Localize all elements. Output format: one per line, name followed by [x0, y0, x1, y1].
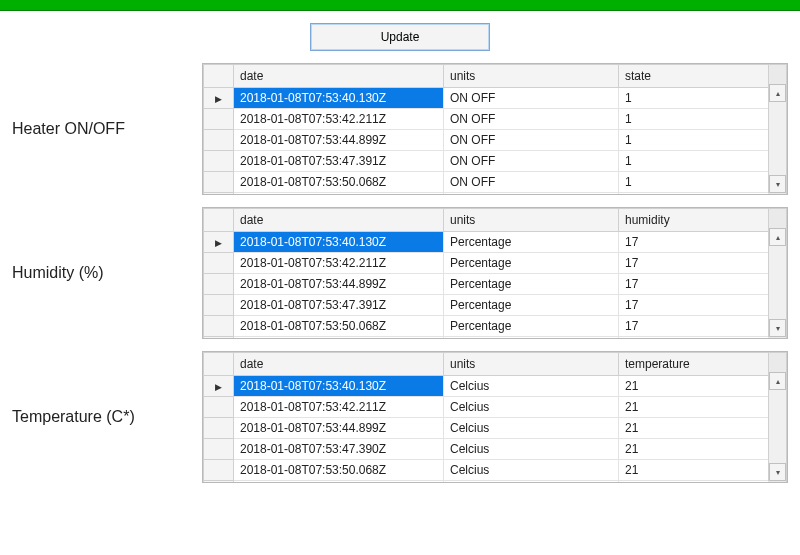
table-row[interactable]: 2018-01-08T07:53:42.211ZPercentage17	[204, 253, 787, 274]
cell-date[interactable]: 2018-01-08T07:53:47.391Z	[234, 295, 444, 316]
table-row[interactable]: 2018-01-08T07:53:44.899ZON OFF1	[204, 130, 787, 151]
scroll-down-icon[interactable]: ▾	[769, 463, 786, 481]
table-row[interactable]: 2018-01-08T07:53:44.899ZPercentage17	[204, 274, 787, 295]
cell-humidity[interactable]: 17	[619, 295, 769, 316]
row-header[interactable]	[204, 439, 234, 460]
cell-state[interactable]: 1	[619, 151, 769, 172]
cell-date[interactable]: 2018-01-08T07:53:42.211Z	[234, 397, 444, 418]
row-header[interactable]	[204, 232, 234, 253]
cell-temperature[interactable]: 21	[619, 376, 769, 397]
row-header[interactable]	[204, 460, 234, 481]
row-header[interactable]	[204, 151, 234, 172]
data-grid[interactable]: dateunitshumidity2018-01-08T07:53:40.130…	[202, 207, 788, 339]
cell-state[interactable]: 1	[619, 109, 769, 130]
table-row[interactable]: 2018-01-08T07:53:42.211ZCelcius21	[204, 397, 787, 418]
cell-units[interactable]: Percentage	[444, 316, 619, 337]
column-header-humidity[interactable]: humidity	[619, 209, 769, 232]
cell-humidity[interactable]: 16	[619, 337, 769, 339]
row-header[interactable]	[204, 481, 234, 483]
cell-units[interactable]: Celcius	[444, 481, 619, 483]
cell-humidity[interactable]: 17	[619, 232, 769, 253]
table-row[interactable]: 2018-01-08T07:53:42.211ZON OFF1	[204, 109, 787, 130]
column-header-state[interactable]: state	[619, 65, 769, 88]
table-row[interactable]: 2018-01-08T07:53:50.068ZPercentage17	[204, 316, 787, 337]
cell-date[interactable]: 2018-01-08T07:53:47.391Z	[234, 151, 444, 172]
cell-date[interactable]: 2018-01-08T07:53:50.068Z	[234, 316, 444, 337]
cell-units[interactable]: Percentage	[444, 274, 619, 295]
row-header[interactable]	[204, 295, 234, 316]
table-row[interactable]: 2018-01-08T07:53:47.391ZON OFF1	[204, 151, 787, 172]
cell-state[interactable]: 1	[619, 130, 769, 151]
row-header[interactable]	[204, 397, 234, 418]
cell-units[interactable]: ON OFF	[444, 109, 619, 130]
update-button[interactable]: Update	[310, 23, 490, 51]
table-row[interactable]: 2018-01-08T07:53:40.130ZON OFF1	[204, 88, 787, 109]
table-row[interactable]: 2018-01-08T07:53:44.899ZCelcius21	[204, 418, 787, 439]
cell-date[interactable]: 2018-01-08T07:53:44.899Z	[234, 274, 444, 295]
cell-temperature[interactable]: 21	[619, 460, 769, 481]
cell-temperature[interactable]: 21	[619, 418, 769, 439]
cell-date[interactable]: 2018-01-08T07:53:47.390Z	[234, 439, 444, 460]
row-header[interactable]	[204, 316, 234, 337]
scroll-track[interactable]	[769, 102, 786, 175]
table-row[interactable]: 2018-01-08T07:53:47.390ZCelcius21	[204, 439, 787, 460]
cell-date[interactable]: 2018-01-08T07:53:50.068Z	[234, 460, 444, 481]
scroll-track[interactable]	[769, 390, 786, 463]
cell-units[interactable]: Percentage	[444, 337, 619, 339]
table-row[interactable]: 2018-01-08T07:53:40.130ZPercentage17	[204, 232, 787, 253]
cell-date[interactable]: 2018-01-08T07:53:44.899Z	[234, 418, 444, 439]
table-row[interactable]: 2018-01-08T07:53:52.983ZCelcius18	[204, 481, 787, 483]
cell-temperature[interactable]: 18	[619, 481, 769, 483]
cell-units[interactable]: ON OFF	[444, 172, 619, 193]
table-row[interactable]: 2018-01-08T07:53:50.068ZCelcius21	[204, 460, 787, 481]
cell-units[interactable]: Percentage	[444, 232, 619, 253]
table-row[interactable]: 2018-01-08T07:53:47.391ZPercentage17	[204, 295, 787, 316]
cell-date[interactable]: 2018-01-08T07:53:40.130Z	[234, 232, 444, 253]
cell-temperature[interactable]: 21	[619, 397, 769, 418]
column-header-temperature[interactable]: temperature	[619, 353, 769, 376]
row-header[interactable]	[204, 253, 234, 274]
cell-state[interactable]: 0	[619, 193, 769, 195]
cell-date[interactable]: 2018-01-08T07:53:42.211Z	[234, 109, 444, 130]
cell-date[interactable]: 2018-01-08T07:53:52.983Z	[234, 337, 444, 339]
cell-date[interactable]: 2018-01-08T07:53:52.983Z	[234, 481, 444, 483]
column-header-date[interactable]: date	[234, 353, 444, 376]
cell-units[interactable]: Celcius	[444, 439, 619, 460]
cell-date[interactable]: 2018-01-08T07:53:52.983Z	[234, 193, 444, 195]
cell-humidity[interactable]: 17	[619, 274, 769, 295]
cell-date[interactable]: 2018-01-08T07:53:40.130Z	[234, 376, 444, 397]
scroll-up-icon[interactable]: ▴	[769, 228, 786, 246]
cell-units[interactable]: Percentage	[444, 253, 619, 274]
cell-humidity[interactable]: 17	[619, 316, 769, 337]
cell-units[interactable]: Celcius	[444, 397, 619, 418]
row-header[interactable]	[204, 172, 234, 193]
column-header-date[interactable]: date	[234, 65, 444, 88]
cell-temperature[interactable]: 21	[619, 439, 769, 460]
vertical-scrollbar[interactable]: ▴▾	[768, 372, 786, 481]
cell-date[interactable]: 2018-01-08T07:53:40.130Z	[234, 88, 444, 109]
row-header[interactable]	[204, 130, 234, 151]
row-header[interactable]	[204, 376, 234, 397]
table-row[interactable]: 2018-01-08T07:53:52.983ZPercentage16	[204, 337, 787, 339]
table-row[interactable]: 2018-01-08T07:53:40.130ZCelcius21	[204, 376, 787, 397]
column-header-date[interactable]: date	[234, 209, 444, 232]
scroll-track[interactable]	[769, 246, 786, 319]
cell-date[interactable]: 2018-01-08T07:53:44.899Z	[234, 130, 444, 151]
column-header-units[interactable]: units	[444, 209, 619, 232]
vertical-scrollbar[interactable]: ▴▾	[768, 228, 786, 337]
scroll-up-icon[interactable]: ▴	[769, 84, 786, 102]
cell-units[interactable]: ON OFF	[444, 151, 619, 172]
table-row[interactable]: 2018-01-08T07:53:50.068ZON OFF1	[204, 172, 787, 193]
cell-state[interactable]: 1	[619, 88, 769, 109]
scroll-up-icon[interactable]: ▴	[769, 372, 786, 390]
column-header-units[interactable]: units	[444, 353, 619, 376]
cell-date[interactable]: 2018-01-08T07:53:42.211Z	[234, 253, 444, 274]
column-header-units[interactable]: units	[444, 65, 619, 88]
row-header[interactable]	[204, 274, 234, 295]
cell-humidity[interactable]: 17	[619, 253, 769, 274]
cell-units[interactable]: ON OFF	[444, 130, 619, 151]
cell-units[interactable]: Percentage	[444, 295, 619, 316]
cell-state[interactable]: 1	[619, 172, 769, 193]
cell-units[interactable]: Celcius	[444, 418, 619, 439]
table-row[interactable]: 2018-01-08T07:53:52.983ZON OFF0	[204, 193, 787, 195]
